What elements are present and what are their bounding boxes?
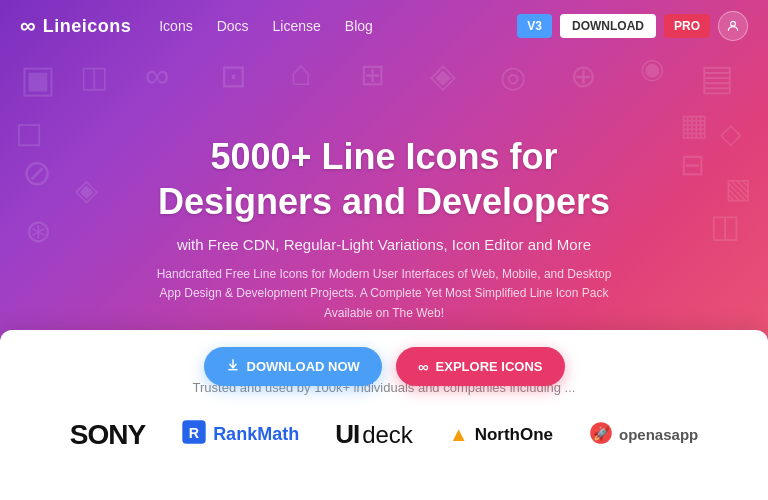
northone-text: NorthOne <box>475 425 553 445</box>
openasapp-icon: 🚀 <box>589 421 613 448</box>
svg-point-0 <box>731 21 736 26</box>
northone-logo: ▲ NorthOne <box>449 423 553 446</box>
pro-button[interactable]: PRO <box>664 14 710 38</box>
nav-license[interactable]: License <box>273 18 321 34</box>
hero-description: Handcrafted Free Line Icons for Modern U… <box>154 265 614 323</box>
download-icon <box>226 358 240 375</box>
download-header-button[interactable]: DOWNLOAD <box>560 14 656 38</box>
svg-text:🚀: 🚀 <box>593 425 610 442</box>
explore-icons-label: EXPLORE ICONS <box>436 359 543 374</box>
rankmath-logo: R RankMath <box>181 419 299 451</box>
hero-title: 5000+ Line Icons for Designers and Devel… <box>154 134 614 224</box>
explore-icons-button[interactable]: ∞ EXPLORE ICONS <box>396 347 565 386</box>
header: ∞ Lineicons Icons Docs License Blog V3 D… <box>0 0 768 52</box>
download-now-button[interactable]: DOWNLOAD NOW <box>204 347 382 386</box>
logo-infinity-icon: ∞ <box>20 13 35 39</box>
rankmath-text: RankMath <box>213 424 299 445</box>
user-account-button[interactable] <box>718 11 748 41</box>
nav-docs[interactable]: Docs <box>217 18 249 34</box>
hero-cta-group: DOWNLOAD NOW ∞ EXPLORE ICONS <box>154 347 614 386</box>
hero-subtitle: with Free CDN, Regular-Light Variations,… <box>154 236 614 253</box>
openasapp-text: openasapp <box>619 426 698 443</box>
brand-logos: SONY R RankMath UI deck ▲ NorthOne 🚀 <box>70 419 698 451</box>
explore-infinity-icon: ∞ <box>418 358 429 375</box>
header-actions: V3 DOWNLOAD PRO <box>517 11 748 41</box>
sony-logo: SONY <box>70 419 145 451</box>
openasapp-logo: 🚀 openasapp <box>589 421 698 448</box>
logo: ∞ Lineicons <box>20 13 131 39</box>
rankmath-icon: R <box>181 419 207 451</box>
v3-button[interactable]: V3 <box>517 14 552 38</box>
nav-blog[interactable]: Blog <box>345 18 373 34</box>
hero-content: 5000+ Line Icons for Designers and Devel… <box>114 134 654 386</box>
uideck-logo: UI deck <box>335 419 413 450</box>
nav-icons[interactable]: Icons <box>159 18 192 34</box>
download-now-label: DOWNLOAD NOW <box>247 359 360 374</box>
northone-icon: ▲ <box>449 423 469 446</box>
logo-text: Lineicons <box>43 16 132 37</box>
main-nav: Icons Docs License Blog <box>159 18 373 34</box>
svg-text:R: R <box>189 424 200 440</box>
